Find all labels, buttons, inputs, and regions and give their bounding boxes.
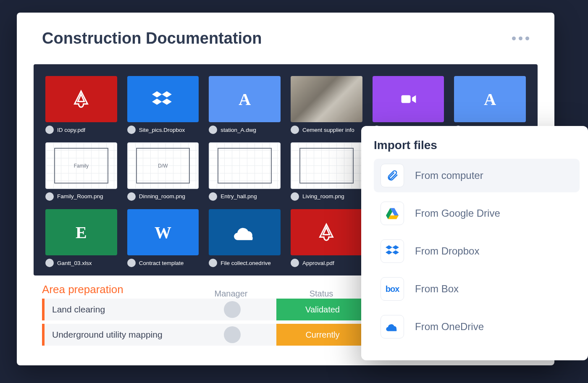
file-name: Family_Room.png [57, 193, 103, 199]
avatar [127, 126, 136, 134]
file-name: Gantt_03.xlsx [57, 260, 92, 266]
file-item[interactable]: E Gantt_03.xlsx [45, 209, 117, 267]
import-option-dropbox[interactable]: From Dropbox [374, 234, 580, 268]
header: Construction Documentation [17, 13, 554, 52]
file-item[interactable]: D/W Dinning_room.png [127, 142, 199, 200]
photo-thumbnail [291, 76, 362, 122]
blueprint-thumbnail: Family [45, 142, 117, 189]
manager-cell [205, 326, 260, 343]
file-item[interactable]: Site_pics.Dropbox [127, 76, 199, 134]
autocad-icon: A [454, 76, 526, 122]
file-meta: Site_pics.Dropbox [127, 126, 199, 134]
file-item[interactable]: A Safety_form.jpg [454, 76, 526, 134]
file-meta: ID copy.pdf [45, 126, 117, 134]
pdf-icon [45, 76, 117, 122]
file-item[interactable]: Land clearing.mp4 [373, 76, 444, 134]
status-badge[interactable]: Currently [276, 324, 369, 346]
onedrive-icon [209, 209, 281, 255]
avatar [209, 192, 217, 201]
file-meta: Contract template [127, 259, 199, 267]
column-header-status: Status [275, 289, 368, 299]
file-item[interactable]: Family Family_Room.png [45, 142, 117, 200]
file-item[interactable]: File collect.onedrive [209, 209, 281, 267]
more-menu-button[interactable] [512, 37, 529, 40]
clip-icon [381, 164, 404, 187]
word-icon: W [127, 209, 199, 255]
file-meta: Dinning_room.png [127, 192, 199, 201]
file-item[interactable]: Entry_hall.png [209, 142, 281, 200]
import-option-label: From Box [415, 283, 459, 295]
excel-icon: E [45, 209, 117, 255]
avatar [209, 259, 217, 267]
import-files-popover: Import files From computer From Google D… [361, 126, 588, 360]
file-meta: Family_Room.png [45, 192, 117, 201]
file-item[interactable]: Approval.pdf [291, 209, 362, 267]
manager-cell [205, 301, 260, 318]
import-option-onedrive[interactable]: From OneDrive [374, 310, 580, 344]
file-meta: Living_room.png [291, 192, 362, 201]
video-icon [373, 76, 444, 122]
pdf-icon [291, 209, 362, 255]
import-option-clip[interactable]: From computer [374, 159, 580, 192]
file-item[interactable]: W Contract template [127, 209, 199, 267]
file-name: station_A.dwg [220, 127, 256, 133]
blueprint-thumbnail: D/W [127, 142, 199, 189]
section-title: Area preparation [42, 283, 187, 296]
avatar [209, 126, 217, 134]
popover-title: Import files [374, 139, 580, 152]
file-item[interactable]: Living_room.png [291, 142, 362, 200]
file-name: Cement supplier info [302, 127, 354, 133]
dropbox-icon [127, 76, 199, 122]
page-title: Construction Documentation [42, 29, 262, 47]
dot-icon [512, 37, 516, 40]
file-name: ID copy.pdf [57, 127, 85, 133]
dot-icon [525, 37, 529, 40]
svg-rect-0 [401, 95, 410, 103]
column-header-manager: Manager [204, 289, 258, 299]
import-option-label: From OneDrive [415, 321, 484, 333]
avatar [291, 126, 299, 134]
avatar [45, 126, 54, 134]
file-item[interactable]: A station_A.dwg [209, 76, 281, 134]
file-meta: Gantt_03.xlsx [45, 259, 117, 267]
file-meta: Cement supplier info [291, 126, 362, 134]
file-name: Entry_hall.png [220, 193, 257, 199]
gdrive-icon [381, 202, 404, 225]
status-badge[interactable]: Validated [276, 299, 369, 320]
onedrive-icon [381, 315, 404, 338]
task-name: Land clearing [45, 304, 188, 315]
import-option-gdrive[interactable]: From Google Drive [374, 197, 580, 230]
file-name: Site_pics.Dropbox [139, 127, 185, 133]
dot-icon [519, 37, 522, 40]
import-option-label: From Google Drive [415, 207, 500, 219]
avatar [224, 301, 241, 318]
file-meta: File collect.onedrive [209, 259, 281, 267]
file-meta: station_A.dwg [209, 126, 281, 134]
file-item[interactable]: ID copy.pdf [45, 76, 117, 134]
import-option-label: From Dropbox [415, 245, 479, 257]
file-item[interactable]: Cement supplier info [291, 76, 362, 134]
dropbox-icon [381, 239, 404, 263]
box-icon: box [381, 277, 404, 301]
avatar [127, 259, 136, 267]
file-name: Dinning_room.png [139, 193, 185, 199]
file-name: File collect.onedrive [220, 260, 270, 266]
avatar [224, 326, 241, 343]
avatar [291, 259, 299, 267]
file-meta: Approval.pdf [291, 259, 362, 267]
file-meta: Entry_hall.png [209, 192, 281, 201]
avatar [45, 192, 54, 201]
import-option-label: From computer [415, 170, 483, 181]
avatar [291, 192, 299, 201]
avatar [45, 259, 54, 267]
blueprint-thumbnail [209, 142, 281, 189]
import-option-box[interactable]: box From Box [374, 272, 580, 306]
avatar [127, 192, 136, 201]
file-name: Living_room.png [302, 193, 344, 199]
autocad-icon: A [209, 76, 281, 122]
blueprint-thumbnail [291, 142, 362, 189]
task-name: Underground utility mapping [45, 330, 188, 340]
file-name: Contract template [139, 260, 184, 266]
file-name: Approval.pdf [302, 260, 334, 266]
